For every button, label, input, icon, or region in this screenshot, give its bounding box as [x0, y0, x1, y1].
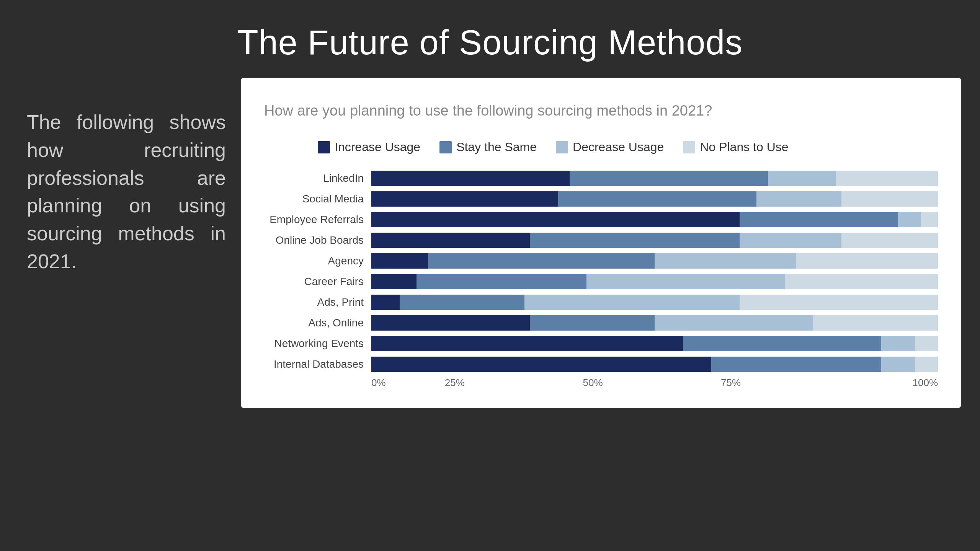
bar-row: Career Fairs	[264, 273, 938, 290]
slide: The Future of Sourcing Methods The follo…	[0, 0, 980, 551]
increase-seg	[371, 191, 558, 207]
same-seg	[400, 295, 524, 310]
increase-seg	[371, 274, 416, 289]
increase-seg	[371, 336, 683, 351]
x-tick-label: 100%	[800, 377, 938, 389]
increase-seg	[371, 315, 530, 331]
bar-track	[371, 357, 938, 372]
noplan-seg	[921, 212, 938, 227]
bar-label: Social Media	[264, 193, 371, 205]
decrease-seg	[881, 357, 915, 372]
noplan-seg	[796, 253, 938, 269]
same-seg	[428, 253, 655, 269]
decrease-seg	[524, 295, 740, 310]
bar-track	[371, 336, 938, 351]
noplan-seg	[915, 357, 938, 372]
legend-item: No Plans to Use	[683, 140, 788, 154]
bar-track	[371, 233, 938, 248]
bar-row: Internal Databases	[264, 355, 938, 373]
legend-label: Decrease Usage	[573, 140, 664, 154]
same-seg	[558, 191, 756, 207]
same-seg	[530, 315, 655, 331]
same-seg	[416, 274, 586, 289]
bar-track	[371, 274, 938, 289]
chart-body: LinkedInSocial MediaEmployee ReferralsOn…	[264, 170, 938, 373]
page-title: The Future of Sourcing Methods	[237, 23, 743, 62]
chart-container: How are you planning to use the followin…	[241, 78, 961, 408]
legend-color-box	[683, 141, 695, 153]
decrease-seg	[881, 336, 915, 351]
decrease-seg	[655, 253, 796, 269]
bar-row: Networking Events	[264, 335, 938, 352]
noplan-seg	[841, 233, 938, 248]
noplan-seg	[836, 171, 938, 186]
bar-row: Agency	[264, 252, 938, 270]
decrease-seg	[898, 212, 921, 227]
x-tick-label: 50%	[524, 377, 662, 389]
bar-track	[371, 315, 938, 331]
bar-row: Employee Referrals	[264, 211, 938, 228]
bar-row: Social Media	[264, 190, 938, 208]
noplan-seg	[785, 274, 938, 289]
noplan-seg	[740, 295, 938, 310]
increase-seg	[371, 253, 428, 269]
noplan-seg	[915, 336, 938, 351]
bar-label: Networking Events	[264, 337, 371, 350]
x-tick-label: 75%	[662, 377, 800, 389]
decrease-seg	[768, 171, 836, 186]
same-seg	[570, 171, 768, 186]
increase-seg	[371, 233, 530, 248]
bar-label: Career Fairs	[264, 276, 371, 288]
legend-item: Increase Usage	[318, 140, 420, 154]
bar-label: Ads, Print	[264, 296, 371, 308]
bar-label: LinkedIn	[264, 172, 371, 184]
legend-item: Stay the Same	[439, 140, 537, 154]
bar-row: Online Job Boards	[264, 231, 938, 249]
bar-track	[371, 253, 938, 269]
bar-row: LinkedIn	[264, 170, 938, 187]
increase-seg	[371, 357, 711, 372]
noplan-seg	[813, 315, 938, 331]
legend-color-box	[318, 141, 330, 153]
bar-label: Ads, Online	[264, 317, 371, 329]
noplan-seg	[841, 191, 938, 207]
increase-seg	[371, 295, 400, 310]
same-seg	[530, 233, 740, 248]
bar-track	[371, 212, 938, 227]
bar-track	[371, 171, 938, 186]
bar-track	[371, 295, 938, 310]
x-tick-label: 25%	[386, 377, 524, 389]
bar-label: Internal Databases	[264, 358, 371, 370]
x-tick-label: 0%	[371, 377, 386, 389]
bar-row: Ads, Online	[264, 314, 938, 332]
legend-label: Increase Usage	[335, 140, 420, 154]
legend-color-box	[439, 141, 452, 153]
bar-label: Agency	[264, 255, 371, 267]
chart-question: How are you planning to use the followin…	[264, 101, 724, 121]
decrease-seg	[655, 315, 813, 331]
x-axis: 0%25%50%75%100%	[264, 377, 938, 389]
legend-label: Stay the Same	[456, 140, 537, 154]
increase-seg	[371, 212, 740, 227]
legend-color-box	[556, 141, 568, 153]
decrease-seg	[740, 233, 841, 248]
same-seg	[711, 357, 881, 372]
same-seg	[683, 336, 881, 351]
legend-item: Decrease Usage	[556, 140, 664, 154]
legend-label: No Plans to Use	[700, 140, 788, 154]
increase-seg	[371, 171, 570, 186]
bar-row: Ads, Print	[264, 293, 938, 311]
content-area: The following shows how recruiting profe…	[19, 78, 961, 551]
decrease-seg	[586, 274, 785, 289]
bar-label: Employee Referrals	[264, 214, 371, 226]
bar-label: Online Job Boards	[264, 234, 371, 246]
same-seg	[740, 212, 898, 227]
chart-legend: Increase UsageStay the SameDecrease Usag…	[264, 140, 938, 154]
left-description: The following shows how recruiting profe…	[19, 78, 241, 276]
bar-track	[371, 191, 938, 207]
decrease-seg	[756, 191, 841, 207]
